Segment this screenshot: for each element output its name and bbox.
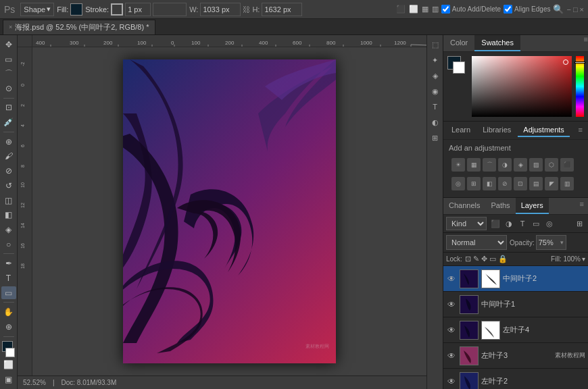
healing-brush-tool[interactable]: ⊕ (1, 135, 16, 149)
filter-adjust-icon[interactable]: ◑ (503, 217, 515, 230)
layers-kind-select[interactable]: Kind (446, 217, 487, 230)
tab-learn[interactable]: Learn (446, 124, 476, 137)
adj-vibrance-icon[interactable]: ◈ (514, 158, 527, 172)
layer-visibility-toggle[interactable]: 👁 (446, 351, 457, 361)
opacity-value[interactable]: 75% ▾ (536, 235, 566, 250)
layer-visibility-toggle[interactable]: 👁 (446, 299, 457, 310)
align-edges-checkbox[interactable] (504, 5, 512, 14)
clone-stamp-tool[interactable]: ⊘ (1, 164, 16, 178)
tab-layers[interactable]: Layers (516, 198, 549, 214)
filter-type-icon[interactable]: T (516, 217, 529, 230)
tab-swatches[interactable]: Swatches (474, 35, 520, 51)
adj-colorlookup-icon[interactable]: ◧ (483, 177, 496, 190)
zoom-tool[interactable]: ⊕ (1, 320, 16, 334)
close-icon[interactable]: × (580, 5, 584, 14)
pen-tool[interactable]: ✒ (1, 257, 16, 270)
tab-close-icon[interactable]: × (9, 24, 12, 30)
shape-selector[interactable]: Shape ▾ (20, 3, 54, 16)
layer-item[interactable]: 👁 中间叶子2 (443, 266, 588, 292)
lock-position-icon[interactable]: ✥ (481, 255, 487, 263)
fill-color-box[interactable] (70, 3, 82, 16)
adj-colorbalance-icon[interactable]: ⬡ (545, 158, 558, 172)
color-gradient[interactable] (472, 56, 572, 117)
history-brush-tool[interactable]: ↺ (1, 179, 16, 192)
canvas-viewport[interactable]: 素材教程网 (32, 47, 426, 375)
layer-visibility-toggle[interactable]: 👁 (446, 325, 457, 336)
layer-item[interactable]: 👁 左叶子2 (443, 369, 588, 389)
adj-posterize-icon[interactable]: ⊡ (514, 177, 527, 190)
eyedropper-tool[interactable]: 💉 (1, 115, 16, 129)
layer-visibility-toggle[interactable]: 👁 (446, 376, 457, 387)
filter-shape-icon[interactable]: ▭ (530, 217, 542, 230)
hue-slider[interactable] (576, 56, 584, 117)
filter-smart-icon[interactable]: ◎ (543, 217, 556, 230)
document-tab[interactable]: × 海报.psd @ 52.5% (中间叶子2, RGB/8) * (3, 20, 155, 34)
select-tool[interactable]: ▭ (1, 53, 16, 66)
content-aware-tool[interactable]: ◈ (428, 69, 442, 82)
text-tool[interactable]: T (1, 271, 16, 285)
smart-filters-tool[interactable]: ◐ (428, 115, 442, 129)
align-icon-2[interactable]: ⬜ (409, 5, 418, 14)
link-icon[interactable]: ⛓ (243, 5, 250, 14)
crop-tool[interactable]: ⊡ (1, 101, 16, 115)
3d-tool[interactable]: ✦ (428, 53, 442, 67)
layers-filter-toggle[interactable]: ⊞ (573, 217, 585, 230)
adj-hsl-icon[interactable]: ▨ (529, 158, 543, 172)
maximize-icon[interactable]: □ (573, 5, 578, 14)
tab-channels[interactable]: Channels (443, 198, 485, 214)
adj-exposure-icon[interactable]: ◑ (498, 158, 512, 172)
width-input[interactable] (200, 3, 241, 16)
tab-paths[interactable]: Paths (485, 198, 515, 214)
layer-item[interactable]: 👁 中间叶子1 (443, 292, 588, 317)
layer-visibility-toggle[interactable]: 👁 (446, 274, 457, 284)
adj-threshold-icon[interactable]: ▤ (529, 177, 543, 190)
move-tool[interactable]: ✥ (1, 38, 16, 51)
minimize-icon[interactable]: − (566, 5, 570, 14)
frame-tool[interactable]: ⊞ (428, 131, 442, 145)
tab-color[interactable]: Color (443, 35, 474, 51)
lock-image-icon[interactable]: ✎ (473, 255, 479, 263)
auto-add-delete-checkbox[interactable] (441, 5, 450, 14)
tab-libraries[interactable]: Libraries (477, 124, 516, 137)
quick-mask-tool[interactable]: ⬜ (1, 359, 16, 372)
artboard-tool[interactable]: ⬚ (428, 38, 442, 51)
dodge-tool[interactable]: ○ (1, 238, 16, 251)
shape-tool[interactable]: ▭ (1, 286, 16, 300)
adj-levels-icon[interactable]: ▦ (467, 158, 481, 172)
tab-adjustments[interactable]: Adjustments (518, 124, 570, 137)
background-color[interactable] (5, 348, 15, 357)
auto-add-delete-check[interactable]: Auto Add/Delete (441, 5, 501, 14)
layer-item[interactable]: 👁 左叶子3 素材教程网 (443, 343, 588, 369)
search-icon[interactable]: 🔍 (553, 4, 564, 14)
stroke-style-selector[interactable] (153, 3, 187, 16)
lasso-tool[interactable]: ⌒ (1, 67, 16, 80)
lock-all-icon[interactable]: 🔒 (498, 255, 508, 263)
color-panel-menu-icon[interactable]: ≡ (584, 35, 588, 51)
background-swatch[interactable] (453, 61, 465, 74)
adj-selectivecolor-icon[interactable]: ▥ (560, 177, 574, 190)
layers-menu-icon[interactable]: ≡ (576, 198, 588, 214)
hand-tool[interactable]: ✋ (1, 305, 16, 319)
adj-gradient-icon[interactable]: ◤ (545, 177, 558, 190)
adj-invert-icon[interactable]: ⊘ (498, 177, 512, 190)
lock-transparent-icon[interactable]: ⊡ (465, 255, 471, 263)
type-tool-r[interactable]: T (428, 100, 442, 113)
adj-bw-icon[interactable]: ⬛ (560, 158, 574, 172)
height-input[interactable] (262, 3, 302, 16)
align-icon-4[interactable]: ▥ (432, 5, 439, 14)
adj-channelmix-icon[interactable]: ⊞ (467, 177, 481, 190)
screen-mode-tool[interactable]: ▣ (1, 373, 16, 386)
blur-tool[interactable]: ◈ (1, 223, 16, 236)
align-icon-1[interactable]: ⬛ (396, 5, 406, 14)
filter-pixel-icon[interactable]: ⬛ (489, 217, 501, 230)
stroke-color-box[interactable] (111, 3, 123, 16)
blend-mode-select[interactable]: Normal (446, 235, 507, 250)
gradient-tool[interactable]: ◧ (1, 208, 16, 222)
align-icon-3[interactable]: ▦ (422, 5, 428, 14)
layer-item[interactable]: 👁 左叶子4 (443, 317, 588, 343)
lock-artboard-icon[interactable]: ▭ (489, 255, 496, 263)
eraser-tool[interactable]: ◫ (1, 194, 16, 207)
stroke-width-input[interactable] (125, 3, 151, 16)
quick-select-tool[interactable]: ⊙ (1, 82, 16, 95)
brush-tool[interactable]: 🖌 (1, 150, 16, 163)
